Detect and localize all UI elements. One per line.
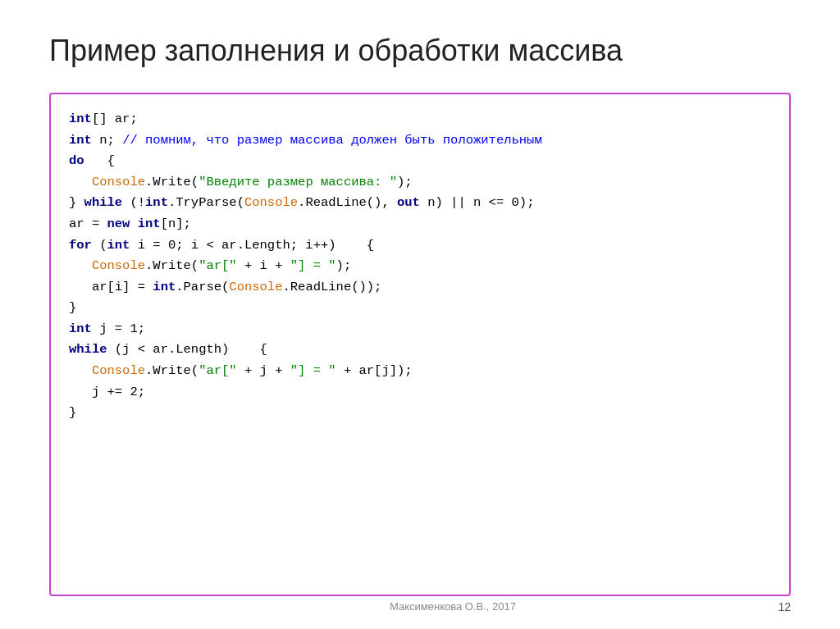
code-line-8: Console.Write("ar[" + i + "] = ");	[69, 256, 771, 277]
code-line-11: int j = 1;	[69, 319, 771, 340]
code-line-9: ar[i] = int.Parse(Console.ReadLine());	[69, 277, 771, 299]
code-box: int[] ar; int n; // помним, что размер м…	[49, 93, 791, 596]
code-line-1: int[] ar;	[69, 109, 771, 130]
code-line-13: Console.Write("ar[" + j + "] = " + ar[j]…	[69, 361, 771, 382]
code-line-14: j += 2;	[69, 382, 771, 403]
code-line-15: }	[69, 403, 771, 424]
footer: Максименкова О.В., 2017 12	[0, 600, 840, 613]
code-line-5: } while (!int.TryParse(Console.ReadLine(…	[69, 193, 771, 214]
code-line-10: }	[69, 298, 771, 319]
slide-container: Пример заполнения и обработки массива in…	[0, 0, 840, 629]
code-line-2: int n; // помним, что размер массива дол…	[69, 130, 771, 152]
code-line-7: for (int i = 0; i < ar.Length; i++) {	[69, 235, 771, 257]
code-line-4: Console.Write("Введите размер массива: "…	[69, 172, 771, 194]
page-number: 12	[778, 600, 791, 613]
footer-author: Максименкова О.В., 2017	[66, 600, 840, 613]
code-line-12: while (j < ar.Length) {	[69, 340, 771, 361]
slide-title: Пример заполнения и обработки массива	[49, 33, 791, 68]
code-line-6: ar = new int[n];	[69, 214, 771, 235]
code-line-3: do {	[69, 151, 771, 172]
